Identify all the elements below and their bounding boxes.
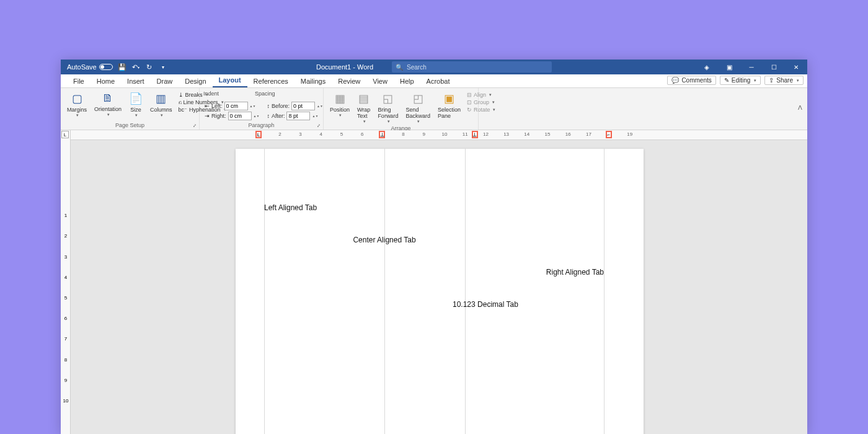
ruler-tick: 5	[339, 131, 345, 137]
ribbon-display-icon[interactable]: ▣	[718, 60, 740, 74]
paragraph-launcher[interactable]: ⤢	[317, 123, 321, 128]
spacing-before-label: Before:	[272, 103, 290, 109]
spacing-header: Spacing	[255, 91, 275, 97]
ruler-tick: 15	[544, 131, 551, 137]
tab-home[interactable]: Home	[91, 75, 121, 87]
save-icon[interactable]: 💾	[118, 63, 126, 71]
vertical-ruler[interactable]: L 12345678910	[61, 130, 71, 434]
ruler-tick: 3	[63, 254, 69, 260]
tab-stop-center[interactable]: ⊥	[379, 131, 385, 138]
ruler-tick: 14	[524, 131, 530, 137]
document-page[interactable]: Left Aligned Tab Center Aligned Tab Righ…	[236, 149, 644, 434]
ruler-tick: 8	[63, 357, 69, 363]
ruler-tick: 2	[63, 233, 69, 239]
send-backward-button[interactable]: ◰Send Backward▾	[403, 91, 433, 125]
tab-references[interactable]: References	[247, 75, 294, 87]
paragraph-group-label: Paragraph⤢	[203, 122, 319, 130]
group-button[interactable]: ⊡ Group▾	[467, 99, 496, 105]
ribbon-content: ▢Margins▾ 🗎Orientation▾ 📄Size▾ ▥Columns▾…	[61, 88, 807, 130]
minimize-button[interactable]: ─	[740, 60, 763, 74]
ruler-tick: 9	[63, 378, 69, 383]
margins-button[interactable]: ▢Margins▾	[64, 91, 89, 119]
tab-acrobat[interactable]: Acrobat	[420, 75, 456, 87]
center-tab-text: Center Aligned Tab	[353, 236, 415, 244]
spacing-after-label: After:	[272, 113, 285, 119]
page-setup-group-label: Page Setup⤢	[64, 122, 195, 130]
ruler-tick: 13	[503, 131, 510, 137]
ruler-tick: 1	[63, 213, 69, 218]
search-placeholder: Search	[407, 64, 427, 71]
align-button[interactable]: ⊟ Align▾	[467, 92, 496, 98]
ruler-tick: 16	[565, 131, 571, 137]
ruler-tick: 10	[441, 131, 448, 137]
spacing-after-input[interactable]	[286, 112, 310, 120]
tab-review[interactable]: Review	[332, 75, 366, 87]
tab-stop-decimal[interactable]: ⊥	[472, 131, 478, 138]
maximize-button[interactable]: ☐	[763, 60, 785, 74]
ribbon-collapse-icon[interactable]: ᐱ	[798, 104, 802, 111]
ruler-tick: 3	[298, 131, 304, 137]
tab-selector[interactable]: L	[61, 131, 69, 138]
orientation-button[interactable]: 🗎Orientation▾	[92, 91, 124, 118]
title-bar: AutoSave 💾 ↶▾ ↻ ▾ Document1 - Word 🔍 Sea…	[61, 60, 807, 74]
tab-design[interactable]: Design	[179, 75, 212, 87]
rotate-button[interactable]: ↻ Rotate▾	[467, 107, 496, 113]
qat-customize-icon[interactable]: ▾	[159, 63, 167, 71]
size-button[interactable]: 📄Size▾	[126, 91, 145, 119]
autosave-label: AutoSave	[67, 63, 97, 71]
spinner-icon[interactable]: ▲▼	[312, 115, 318, 118]
document-title: Document1 - Word	[316, 63, 373, 71]
ruler-tick: 12	[482, 131, 489, 137]
page-setup-launcher[interactable]: ⤢	[193, 123, 197, 128]
ruler-tick: 7	[63, 336, 69, 342]
spacing-before-input[interactable]	[291, 102, 315, 110]
spinner-icon[interactable]: ▲▼	[317, 105, 323, 108]
redo-icon[interactable]: ↻	[145, 63, 154, 71]
tab-guide-line	[604, 149, 604, 434]
tab-stop-right[interactable]: ⌐	[606, 131, 612, 138]
tab-view[interactable]: View	[366, 75, 394, 87]
search-box[interactable]: 🔍 Search	[392, 61, 552, 73]
word-window: AutoSave 💾 ↶▾ ↻ ▾ Document1 - Word 🔍 Sea…	[61, 60, 807, 434]
selection-pane-button[interactable]: ▣Selection Pane	[435, 91, 463, 120]
tab-guide-line	[465, 149, 466, 434]
spinner-icon[interactable]: ▲▼	[250, 105, 256, 108]
ruler-tick: 6	[63, 316, 69, 321]
indent-left-input[interactable]	[224, 102, 248, 110]
diamond-icon[interactable]: ◈	[696, 60, 718, 74]
tab-mailings[interactable]: Mailings	[294, 75, 332, 87]
wrap-text-button[interactable]: ▤Wrap Text▾	[355, 91, 373, 125]
indent-right-input[interactable]	[228, 112, 252, 120]
tab-guide-line	[264, 149, 265, 434]
horizontal-ruler[interactable]: 12345678910111213141516171819L⊥⊥⌐	[71, 130, 807, 140]
ruler-tick: 17	[585, 131, 591, 137]
tab-draw[interactable]: Draw	[151, 75, 179, 87]
comments-button[interactable]: 💬Comments	[667, 76, 715, 85]
autosave-toggle[interactable]: AutoSave	[67, 63, 113, 71]
columns-button[interactable]: ▥Columns▾	[148, 91, 175, 119]
ruler-tick: 19	[627, 131, 633, 137]
ruler-tick: 11	[462, 131, 468, 137]
indent-right-label: Right:	[211, 113, 226, 119]
editing-button[interactable]: ✎Editing▾	[720, 76, 761, 85]
indent-left-label: Left:	[211, 103, 223, 109]
close-button[interactable]: ✕	[785, 60, 807, 74]
ribbon-tabs: File Home Insert Draw Design Layout Refe…	[61, 74, 807, 88]
tab-layout[interactable]: Layout	[213, 74, 247, 87]
tab-stop-left[interactable]: L	[255, 131, 262, 138]
tab-help[interactable]: Help	[394, 75, 420, 87]
share-button[interactable]: ⇪Share▾	[764, 76, 804, 85]
right-tab-text: Right Aligned Tab	[546, 268, 604, 277]
position-button[interactable]: ▦Position▾	[327, 91, 352, 119]
search-icon: 🔍	[396, 64, 403, 71]
workspace: L 12345678910 12345678910111213141516171…	[61, 130, 807, 434]
tab-insert[interactable]: Insert	[121, 75, 151, 87]
tab-file[interactable]: File	[67, 75, 91, 87]
undo-icon[interactable]: ↶▾	[131, 63, 140, 71]
ruler-tick: 4	[63, 275, 69, 280]
bring-forward-button[interactable]: ◱Bring Forward▾	[375, 91, 401, 125]
spinner-icon[interactable]: ▲▼	[254, 115, 260, 118]
ruler-tick: 2	[277, 131, 283, 137]
indent-header: Indent	[203, 91, 219, 97]
ruler-tick: 5	[63, 295, 69, 301]
